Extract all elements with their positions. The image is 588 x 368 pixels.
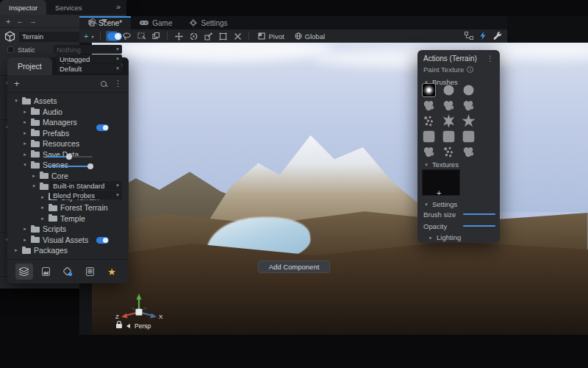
lasso-select-tool-button[interactable] xyxy=(121,31,132,41)
caret-icon[interactable]: ▾ xyxy=(13,98,19,104)
scale-tool-button[interactable] xyxy=(202,31,214,41)
tree-item-prefabs[interactable]: ▸Prefabs xyxy=(7,128,129,139)
static-dropdown[interactable]: Nothing▼ xyxy=(54,45,122,54)
rotate-tool-button[interactable] xyxy=(187,31,199,41)
tab-services[interactable]: Services xyxy=(46,0,90,15)
tree-item-visual-assets[interactable]: ▸Visual Assets xyxy=(7,235,129,246)
rect-transform-tool-button[interactable] xyxy=(217,31,229,41)
tab-scene[interactable]: Scene* xyxy=(79,16,131,29)
project-menu-icon[interactable]: ⋮ xyxy=(114,79,122,88)
flash-icon[interactable] xyxy=(480,32,486,40)
tree-item-managers[interactable]: ▸Managers xyxy=(7,117,129,128)
scenes-view-button[interactable] xyxy=(37,263,55,280)
tree-item-assets[interactable]: ▾Assets xyxy=(7,96,129,107)
tree-item-resources[interactable]: ▸Resources xyxy=(7,138,129,149)
tree-item-temple[interactable]: ▸Temple xyxy=(7,213,129,224)
layer-dropdown[interactable]: Default▼ xyxy=(57,64,122,73)
back-button[interactable]: ← xyxy=(16,17,24,25)
caret-icon[interactable]: ▸ xyxy=(22,141,28,146)
tag-dropdown[interactable]: Untagged▼ xyxy=(57,54,122,63)
caret-icon[interactable]: ▸ xyxy=(13,247,19,253)
caret-icon[interactable]: ▸ xyxy=(31,173,37,179)
tab-project[interactable]: Project xyxy=(7,57,52,75)
caret-icon[interactable]: ▸ xyxy=(40,216,46,222)
caret-icon[interactable]: ▸ xyxy=(22,109,28,115)
settings-section-header[interactable]: ▾ Settings xyxy=(423,200,457,208)
actions-menu-icon[interactable]: ⋮ xyxy=(487,55,494,63)
brush-thumbnail[interactable] xyxy=(423,131,435,143)
hierarchy-icon[interactable] xyxy=(465,32,473,40)
tab-game[interactable]: Game xyxy=(131,16,181,29)
move-tool-button[interactable] xyxy=(173,31,184,41)
search-icon[interactable] xyxy=(101,81,107,87)
tab-settings[interactable]: Settings xyxy=(181,16,236,29)
base-map-slider[interactable] xyxy=(47,166,93,167)
brush-thumbnail[interactable] xyxy=(442,99,456,113)
brush-thumbnail[interactable] xyxy=(442,145,456,159)
caret-icon[interactable]: ▸ xyxy=(22,226,28,232)
scene-viewport[interactable]: Z X Persp xyxy=(92,43,588,335)
tree-item-forest-terrain[interactable]: ▸Forest Terrain xyxy=(7,202,129,213)
rect-select-tool-button[interactable] xyxy=(135,31,147,41)
add-object-button[interactable]: + ▾ xyxy=(82,31,95,41)
tree-item-scripts[interactable]: ▸Scripts xyxy=(7,224,129,235)
favorites-button[interactable]: ★ xyxy=(103,263,121,280)
forward-button[interactable]: → xyxy=(29,17,37,25)
duplicate-tool-button[interactable] xyxy=(150,31,162,41)
transform-tool-button[interactable] xyxy=(232,31,243,41)
tree-item-packages[interactable]: ▸Packages xyxy=(7,245,129,256)
caret-icon[interactable]: ▸ xyxy=(22,237,28,243)
pivot-toggle-button[interactable]: Pivot xyxy=(254,31,287,41)
caret-icon[interactable]: ▾ xyxy=(22,162,28,168)
terrain-material-dropdown[interactable]: Built-in Standard▼ xyxy=(50,181,122,190)
brush-size-slider[interactable] xyxy=(463,213,495,215)
static-checkbox[interactable] xyxy=(7,46,14,53)
wrench-icon[interactable] xyxy=(492,31,501,40)
lock-icon[interactable] xyxy=(116,324,122,328)
brush-thumbnail[interactable] xyxy=(442,114,456,128)
brush-thumbnail[interactable] xyxy=(462,145,476,159)
terrain-collider-enabled-toggle[interactable] xyxy=(96,237,109,244)
perspective-control[interactable]: Persp xyxy=(116,322,151,330)
brush-thumbnail[interactable] xyxy=(443,131,455,143)
filter-icon[interactable] xyxy=(101,19,107,23)
brush-thumbnail[interactable] xyxy=(442,83,456,97)
tree-item-audio[interactable]: ▸Audio xyxy=(7,107,129,118)
caret-icon[interactable]: ▸ xyxy=(22,130,28,136)
global-toggle-button[interactable]: Global xyxy=(291,31,329,41)
pixel-error-slider[interactable] xyxy=(47,156,93,158)
add-texture-button[interactable]: + xyxy=(437,188,441,197)
caret-icon[interactable]: ▸ xyxy=(22,119,28,125)
search-icon[interactable] xyxy=(90,18,96,24)
caret-icon[interactable]: ▸ xyxy=(40,194,46,200)
brush-thumbnail[interactable] xyxy=(422,145,436,159)
reflection-dropdown[interactable]: Blend Probes▼ xyxy=(50,191,122,199)
tab-inspector[interactable]: Inspector xyxy=(0,0,46,15)
brush-thumbnail[interactable] xyxy=(462,99,476,113)
brush-thumbnail[interactable] xyxy=(462,114,476,128)
brush-thumbnail-selected[interactable] xyxy=(422,83,436,97)
materials-view-button[interactable] xyxy=(59,263,76,280)
scripts-view-button[interactable] xyxy=(81,263,98,280)
add-asset-button[interactable]: + xyxy=(14,78,20,89)
caret-icon[interactable]: ▸ xyxy=(22,152,28,158)
gameobject-cube-icon[interactable] xyxy=(4,31,15,42)
textures-section-header[interactable]: ▾ Textures xyxy=(423,160,459,169)
brush-thumbnail[interactable] xyxy=(422,114,436,128)
opacity-slider[interactable] xyxy=(463,225,495,227)
gameobject-active-toggle[interactable] xyxy=(107,32,122,40)
add-component-button[interactable]: Add Component xyxy=(258,261,330,273)
add-button[interactable]: + xyxy=(6,17,10,26)
info-icon[interactable]: i xyxy=(467,66,473,73)
lighting-section-header[interactable]: ▸ Lighting xyxy=(428,233,461,241)
caret-icon[interactable]: ▸ xyxy=(40,205,46,210)
terrain-enabled-toggle[interactable] xyxy=(96,124,109,131)
brush-thumbnail[interactable] xyxy=(463,131,475,143)
brush-thumbnail[interactable] xyxy=(422,99,436,113)
pivot-icon xyxy=(258,32,265,40)
brush-thumbnail[interactable] xyxy=(462,83,476,97)
assets-view-button[interactable] xyxy=(15,263,33,280)
tree-item-core[interactable]: ▸Core xyxy=(7,171,129,182)
caret-icon[interactable]: ▾ xyxy=(31,183,37,189)
expand-panel-icon[interactable]: » xyxy=(116,2,121,11)
